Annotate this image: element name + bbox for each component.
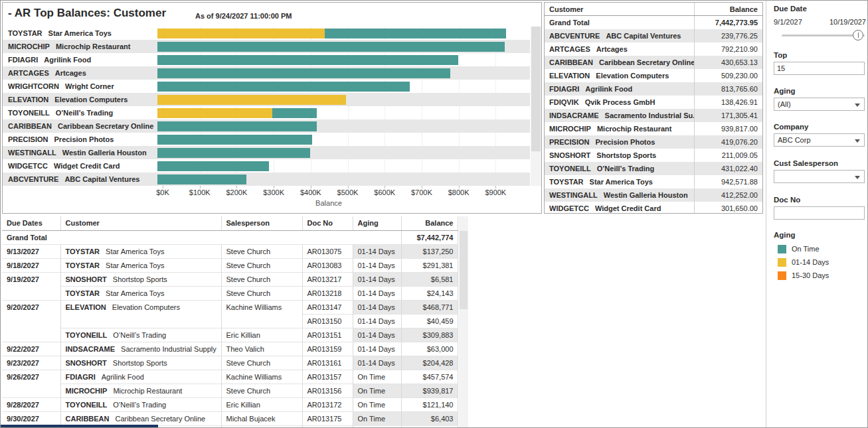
detail-row[interactable]: 9/13/2027TOYSTARStar America ToysSteve C… — [2, 245, 458, 259]
summary-balance-cell[interactable]: 239,776.25 — [695, 29, 762, 42]
salesperson-cell[interactable]: Steve Church — [221, 356, 302, 370]
balance-cell[interactable]: $412,252 — [401, 426, 458, 428]
detail-row[interactable]: MICROCHIPMicrochip RestaurantSteve Churc… — [2, 384, 458, 398]
summary-balance-cell[interactable]: 431,022.40 — [695, 162, 762, 175]
summary-balance-cell[interactable]: 7,442,773.95 — [695, 16, 762, 29]
summary-balance-cell[interactable]: 939,817.00 — [695, 122, 762, 135]
customer-cell[interactable]: SNOSHORTShortstop Sports — [60, 273, 221, 287]
salesperson-cell[interactable]: Kachine Williams — [221, 370, 302, 384]
summary-customer-cell[interactable]: FDIAGRIAgrilink Food — [545, 82, 695, 96]
balance-cell[interactable]: $24,143 — [401, 287, 458, 301]
bar-row-label[interactable]: FDIAGRIAgrilink Food — [3, 53, 157, 66]
bar-row-label[interactable]: ABCVENTUREABC Capital Ventures — [3, 173, 157, 186]
customer-cell[interactable]: MICROCHIPMicrochip Restaurant — [60, 384, 221, 398]
summary-row[interactable]: ELEVATIONElevation Computers509,230.00 — [545, 69, 762, 82]
due-date-cell[interactable]: 9/20/2027 — [2, 301, 60, 342]
bar-segment[interactable] — [157, 29, 325, 38]
bar-segment[interactable] — [157, 82, 410, 92]
summary-customer-cell[interactable]: ARTCAGESArtcages — [545, 42, 695, 56]
detail-row[interactable]: 9/30/2027CARIBBEANCaribbean Secretary On… — [2, 412, 458, 426]
aging-dropdown[interactable]: (All) — [774, 98, 865, 111]
bar-segment[interactable] — [157, 121, 317, 131]
summary-row[interactable]: FDIAGRIAgrilink Food813,765.60 — [545, 82, 762, 96]
aging-cell[interactable]: 01-14 Days — [353, 342, 401, 356]
balance-cell[interactable]: $137,250 — [401, 245, 458, 259]
detail-header-aging[interactable]: Aging — [353, 216, 401, 231]
aging-cell[interactable]: 01-14 Days — [353, 287, 401, 301]
bar-segment[interactable] — [157, 95, 346, 105]
summary-customer-cell[interactable]: TOYSTARStar America Toys — [545, 175, 695, 188]
aging-cell[interactable]: 01-14 Days — [353, 301, 401, 315]
aging-cell[interactable]: On Time — [353, 384, 401, 398]
balance-cell[interactable]: $40,459 — [401, 315, 458, 328]
detail-row[interactable]: 9/22/2027INDSACRAMESacramento Industrial… — [2, 342, 458, 356]
balance-cell[interactable]: $121,140 — [401, 398, 458, 412]
salesperson-cell[interactable]: Eric Killian — [221, 328, 302, 342]
customer-cell[interactable]: TOYSTARStar America Toys — [60, 245, 221, 259]
summary-row[interactable]: TOYSTARStar America Toys942,571.88 — [545, 175, 762, 188]
salesperson-cell[interactable]: Steve Church — [221, 287, 302, 301]
balance-cell[interactable]: $468,771 — [401, 301, 458, 315]
summary-customer-cell[interactable]: FDIQVIKQvik Process GmbH — [545, 96, 695, 109]
aging-cell[interactable]: 01-14 Days — [353, 245, 401, 259]
top-input[interactable] — [774, 62, 865, 75]
due-date-cell[interactable]: 9/13/2027 — [2, 245, 60, 259]
summary-balance-cell[interactable]: 942,571.88 — [695, 175, 762, 188]
detail-row[interactable]: 9/23/2027SNOSHORTShortstop SportsSteve C… — [2, 356, 458, 370]
aging-cell[interactable]: On Time — [353, 412, 401, 426]
aging-cell[interactable]: 01-14 Days — [353, 273, 401, 287]
due-date-cell[interactable]: 9/28/2027 — [2, 398, 60, 412]
summary-row[interactable]: Grand Total7,442,773.95 — [545, 16, 762, 29]
bar-segment[interactable] — [157, 42, 505, 52]
bar-segment[interactable] — [157, 148, 310, 158]
salesperson-cell[interactable]: Steve Church — [221, 273, 302, 287]
salesperson-cell[interactable]: Steve Church — [221, 384, 302, 398]
due-date-cell[interactable]: 9/19/2027 — [2, 273, 60, 301]
detail-row[interactable]: TOYONEILLO’Neill’s TradingEric KillianAR… — [2, 328, 458, 342]
summary-balance-cell[interactable]: 430,653.13 — [695, 56, 762, 69]
bar-segment[interactable] — [157, 108, 272, 118]
summary-row[interactable]: WESTINGALLWestin Galleria Houston412,252… — [545, 188, 762, 202]
company-dropdown[interactable]: ABC Corp — [774, 133, 865, 147]
aging-cell[interactable]: On Time — [353, 398, 401, 412]
summary-row[interactable]: ARTCAGESArtcages792,210.90 — [545, 42, 762, 56]
aging-cell[interactable]: On Time — [353, 426, 401, 428]
salesperson-cell[interactable]: Michal Bujacek — [221, 412, 302, 426]
scrollbar-thumb[interactable] — [460, 231, 468, 309]
summary-row[interactable]: PRECISIONPrecision Photos419,076.20 — [545, 135, 762, 149]
summary-customer-cell[interactable]: TOYONEILLO’Neill’s Trading — [545, 162, 695, 175]
customer-cell[interactable]: SNOSHORTShortstop Sports — [60, 356, 221, 370]
detail-row[interactable]: 9/28/2027TOYONEILLO’Neill’s TradingEric … — [2, 398, 458, 412]
bottom-scroll-indicator[interactable] — [1, 425, 158, 428]
balance-cell[interactable]: $6,581 — [401, 273, 458, 287]
balance-cell[interactable]: $309,883 — [401, 328, 458, 342]
summary-row[interactable]: WIDGETCCWidget Credit Card301,650.00 — [545, 202, 762, 214]
legend-item[interactable]: On Time — [778, 242, 868, 255]
summary-balance-cell[interactable]: 419,076.20 — [695, 135, 762, 149]
summary-balance-cell[interactable]: 171,305.41 — [695, 109, 762, 122]
detail-vertical-scrollbar[interactable] — [459, 216, 468, 428]
doc-no-cell[interactable]: AR013172 — [302, 398, 353, 412]
summary-customer-cell[interactable]: MICROCHIPMicrochip Restaurant — [545, 122, 695, 135]
detail-row[interactable]: 9/19/2027SNOSHORTShortstop SportsSteve C… — [2, 273, 458, 287]
customer-cell[interactable]: TOYSTARStar America Toys — [60, 259, 221, 273]
legend-item[interactable]: 15-30 Days — [778, 269, 868, 282]
detail-header-balance[interactable]: Balance — [401, 216, 458, 231]
balance-cell[interactable]: $939,817 — [401, 384, 458, 398]
customer-cell[interactable]: ELEVATIONElevation Computers — [60, 301, 221, 328]
summary-customer-cell[interactable]: ELEVATIONElevation Computers — [545, 69, 695, 82]
summary-balance-cell[interactable]: 301,650.00 — [695, 202, 762, 214]
detail-row[interactable]: 9/26/2027FDIAGRIAgrilink FoodKachine Wil… — [2, 370, 458, 384]
bar-row-label[interactable]: WESTINGALLWestin Galleria Houston — [3, 146, 157, 159]
bar-segment[interactable] — [325, 29, 506, 38]
legend-item[interactable]: 01-14 Days — [778, 255, 868, 269]
bar-segment[interactable] — [157, 175, 246, 184]
salesperson-cell[interactable]: Theo Valich — [221, 342, 302, 356]
salesperson-cell[interactable]: Eric Killian — [221, 426, 302, 428]
bar-row-label[interactable]: WRIGHTCORNWright Corner — [3, 80, 157, 93]
summary-balance-cell[interactable]: 813,765.60 — [695, 82, 762, 96]
balance-cell[interactable]: $204,428 — [401, 356, 458, 370]
bar-row-label[interactable]: TOYONEILLO’Neill’s Trading — [3, 106, 157, 119]
doc-no-cell[interactable]: AR013175 — [302, 412, 353, 426]
summary-header-balance[interactable]: Balance — [695, 3, 762, 15]
